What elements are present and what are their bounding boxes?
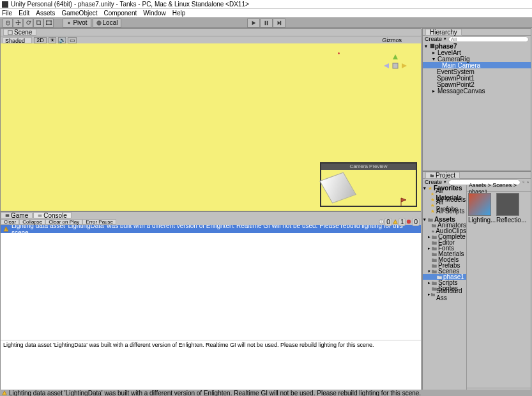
warn-count[interactable]: 1 xyxy=(399,218,406,226)
project-thumbnails[interactable]: Lighting... Reflectio... xyxy=(467,192,531,388)
hierarchy-tab[interactable]: Hierarchy xyxy=(425,29,462,36)
pause-button[interactable] xyxy=(260,19,273,27)
scene-point-icon xyxy=(338,52,340,54)
info-count[interactable]: 0 xyxy=(384,218,392,226)
hierarchy-item-camerarig[interactable]: ▾CameraRig xyxy=(423,56,531,62)
menu-help[interactable]: Help xyxy=(172,10,186,17)
hierarchy-item-maincamera[interactable]: Main Camera xyxy=(423,62,531,68)
project-tab[interactable]: Project xyxy=(425,172,460,179)
hierarchy-tab-bar: Hierarchy xyxy=(423,29,531,36)
svg-point-6 xyxy=(50,24,52,25)
2d-toggle-button[interactable]: 2D xyxy=(34,37,47,43)
asset-thumb-reflection[interactable]: Reflectio... xyxy=(496,193,522,224)
console-panel: Game Console Clear Collapse Clear on Pla… xyxy=(0,211,422,396)
star-icon xyxy=(430,209,435,213)
audio-toggle-button[interactable]: 🔊 xyxy=(58,37,66,43)
tree-toggle-icon[interactable]: ▾ xyxy=(425,43,430,49)
menu-edit[interactable]: Edit xyxy=(19,10,29,17)
scene-tab[interactable]: Scene xyxy=(3,29,36,36)
hierarchy-scene-root[interactable]: ▾phase7 xyxy=(423,43,531,49)
console-tab[interactable]: Console xyxy=(33,212,72,218)
menu-gameobject[interactable]: GameObject xyxy=(61,10,97,17)
menu-file[interactable]: File xyxy=(2,10,12,17)
folder-icon xyxy=(432,247,437,250)
folder-icon xyxy=(437,275,442,279)
hierarchy-item-spawnpoint2[interactable]: SpawnPoint2 xyxy=(423,81,531,88)
pivot-toggle-button[interactable]: Pivot xyxy=(63,19,91,27)
svg-rect-9 xyxy=(264,20,266,24)
svg-rect-12 xyxy=(8,30,12,34)
svg-point-23 xyxy=(407,220,411,224)
scale-tool-button[interactable] xyxy=(33,19,43,27)
error-pause-button[interactable]: Error Pause xyxy=(82,219,116,225)
svg-rect-18 xyxy=(38,215,42,215)
favorite-item[interactable]: All Scripts xyxy=(423,208,466,214)
rect-tool-button[interactable] xyxy=(43,19,54,27)
gizmos-dropdown[interactable]: Gizmos xyxy=(382,37,402,43)
svg-rect-19 xyxy=(38,215,42,216)
game-tab[interactable]: Game xyxy=(1,212,33,218)
folder-icon xyxy=(432,258,437,262)
svg-rect-2 xyxy=(46,21,50,24)
console-detail: Lighting data asset 'LightingData' was b… xyxy=(1,340,421,395)
orientation-gizmo-icon[interactable] xyxy=(383,53,408,79)
svg-rect-16 xyxy=(393,63,398,68)
console-list[interactable]: Lighting data asset 'LightingData' was b… xyxy=(1,225,421,340)
window-title: Unity Personal (64bit) - phase7.unity - … xyxy=(11,1,249,8)
preview-flag-icon xyxy=(400,197,413,206)
hierarchy-item-spawnpoint1[interactable]: SpawnPoint1 xyxy=(423,75,531,81)
move-tool-button[interactable] xyxy=(13,19,23,27)
hierarchy-item-levelart[interactable]: ▸LevelArt xyxy=(423,49,531,56)
folder-icon xyxy=(432,241,437,245)
folder-item[interactable]: ▸Standard Ass xyxy=(423,291,466,297)
error-count[interactable]: 0 xyxy=(412,218,420,226)
menu-assets[interactable]: Assets xyxy=(36,10,55,17)
main-toolbar: Pivot Local xyxy=(0,18,532,28)
create-dropdown[interactable]: Create xyxy=(425,36,442,42)
hierarchy-item-messagecanvas[interactable]: ▸MessageCanvas xyxy=(423,88,531,94)
asset-thumb-lighting[interactable]: Lighting... xyxy=(468,193,494,224)
menu-component[interactable]: Component xyxy=(104,10,137,17)
svg-rect-20 xyxy=(38,216,42,217)
star-icon xyxy=(428,186,432,190)
svg-point-3 xyxy=(46,20,47,22)
hierarchy-tree[interactable]: ▾phase7 ▸LevelArt ▾CameraRig Main Camera… xyxy=(423,42,531,171)
console-tab-bar: Game Console xyxy=(1,212,421,218)
local-toggle-button[interactable]: Local xyxy=(93,19,121,27)
folder-icon xyxy=(432,229,434,233)
project-tree[interactable]: ▾Favorites All Materials All Models All … xyxy=(423,185,466,395)
star-icon xyxy=(430,197,435,202)
camera-preview: Camera Preview xyxy=(320,162,417,207)
effects-toggle-button[interactable]: ▭ xyxy=(68,37,77,43)
tree-toggle-icon[interactable]: ▸ xyxy=(432,50,437,56)
clear-on-play-button[interactable]: Clear on Play xyxy=(45,219,82,225)
lighting-toggle-button[interactable]: ☀ xyxy=(49,37,56,43)
folder-icon xyxy=(432,281,437,285)
play-controls xyxy=(247,19,285,27)
step-button[interactable] xyxy=(273,19,285,27)
folder-icon xyxy=(428,218,433,222)
svg-marker-13 xyxy=(393,54,398,59)
camera-preview-body xyxy=(321,170,416,206)
project-tab-bar: Project xyxy=(423,172,531,179)
menu-window[interactable]: Window xyxy=(143,10,166,17)
hand-tool-button[interactable] xyxy=(3,19,13,27)
scene-view[interactable]: Camera Preview xyxy=(1,43,421,211)
hierarchy-item-eventsystem[interactable]: EventSystem xyxy=(423,68,531,75)
collapse-button[interactable]: Collapse xyxy=(19,219,45,225)
clear-button[interactable]: Clear xyxy=(1,219,19,225)
project-content: Assets > Scenes > phase1 Lighting... Ref… xyxy=(466,185,531,395)
tree-toggle-icon[interactable]: ▸ xyxy=(432,88,437,94)
shading-mode-dropdown[interactable]: Shaded xyxy=(3,37,32,43)
rotate-tool-button[interactable] xyxy=(23,19,33,27)
console-item[interactable]: Lighting data asset 'LightingData' was b… xyxy=(1,225,421,233)
star-icon xyxy=(430,203,435,208)
project-create-dropdown[interactable]: Create xyxy=(425,179,442,185)
scene-icon xyxy=(430,43,435,49)
play-button[interactable] xyxy=(247,19,260,27)
star-icon xyxy=(430,192,434,196)
project-breadcrumb[interactable]: Assets > Scenes > phase1 xyxy=(467,185,531,192)
hierarchy-search-input[interactable] xyxy=(448,36,529,42)
svg-marker-14 xyxy=(402,63,407,68)
tree-toggle-icon[interactable]: ▾ xyxy=(432,56,437,62)
